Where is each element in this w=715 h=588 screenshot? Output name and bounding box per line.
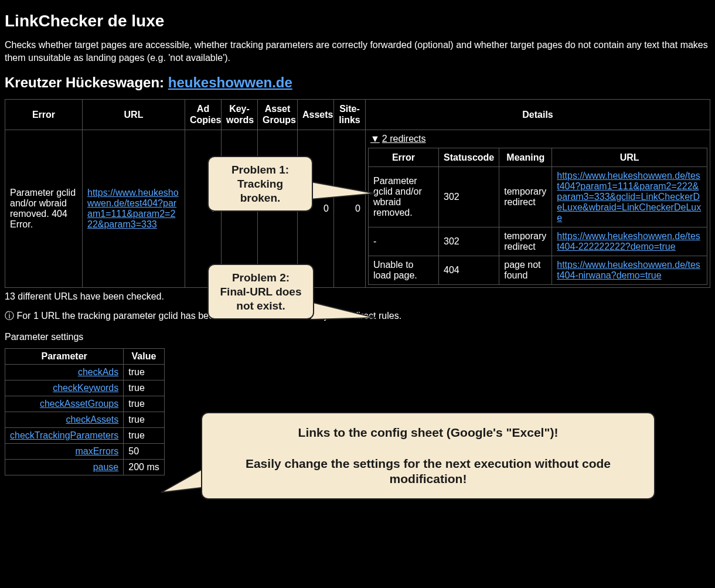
col-url: URL xyxy=(83,100,185,130)
param-col-name: Parameter xyxy=(5,348,124,364)
redirect-meaning: page not found xyxy=(499,256,552,284)
param-link-checkassetgroups[interactable]: checkAssetGroups xyxy=(40,399,118,409)
callout-tail-icon xyxy=(158,463,217,480)
param-link-pause[interactable]: pause xyxy=(93,462,119,472)
intro-text: Checks whether target pages are accessib… xyxy=(5,39,710,64)
status-line: 13 different URLs have been checked. xyxy=(5,291,710,302)
cell-details: ▼2 redirects Error Statuscode Meaning xyxy=(366,130,710,287)
param-link-checkkeywords[interactable]: checkKeywords xyxy=(53,383,118,393)
param-row: pause 200 ms xyxy=(5,459,165,475)
inner-col-status: Statuscode xyxy=(439,148,499,166)
redirect-error: Parameter gclid and/or wbraid removed. xyxy=(369,166,439,227)
param-row: checkTrackingParameters true xyxy=(5,427,165,443)
param-value: true xyxy=(124,396,164,412)
cell-error: Parameter gclid and/or wbraid removed. 4… xyxy=(5,130,83,287)
param-link-checkads[interactable]: checkAds xyxy=(78,367,118,377)
error-table: Error URL Ad Copies Key-words Asset Grou… xyxy=(5,99,710,288)
redirect-meaning: temporary redirect xyxy=(499,227,552,256)
redirects-count: 2 redirects xyxy=(382,134,426,144)
param-row: checkKeywords true xyxy=(5,380,165,396)
cell-assets: 0 xyxy=(298,130,334,287)
chevron-down-icon: ▼ xyxy=(370,134,380,144)
col-assets: Assets xyxy=(298,100,334,130)
param-link-checktracking[interactable]: checkTrackingParameters xyxy=(10,430,118,440)
param-value: 50 xyxy=(124,443,164,459)
svg-marker-2 xyxy=(161,464,211,480)
redirect-status: 302 xyxy=(439,166,499,227)
parameters-title: Parameter settings xyxy=(5,332,710,342)
col-details: Details xyxy=(366,100,710,130)
param-value: 200 ms xyxy=(124,459,164,475)
redirects-toggle[interactable]: ▼2 redirects xyxy=(368,132,707,148)
info-line: ⓘ For 1 URL the tracking parameter gclid… xyxy=(5,310,710,322)
param-col-value: Value xyxy=(124,348,164,364)
param-row: checkAssets true xyxy=(5,412,165,427)
cell-sitelinks: 0 xyxy=(334,130,366,287)
redirect-url-link[interactable]: https://www.heukeshowwen.de/test404-2222… xyxy=(557,231,700,251)
cell-keywords: 1 xyxy=(222,130,258,287)
col-adcopies: Ad Copies xyxy=(185,100,222,130)
account-domain-link[interactable]: heukeshowwen.de xyxy=(168,74,292,90)
page-title: LinkChecker de luxe xyxy=(5,12,710,30)
inner-col-error: Error xyxy=(369,148,439,166)
param-row: checkAds true xyxy=(5,364,165,380)
row-url-link[interactable]: https://www.heukeshowwen.de/test404?para… xyxy=(87,188,179,229)
param-link-checkassets[interactable]: checkAssets xyxy=(66,414,118,424)
callout-config: Links to the config sheet (Google's "Exc… xyxy=(201,412,655,480)
param-row: checkAssetGroups true xyxy=(5,396,165,412)
param-value: true xyxy=(124,364,164,380)
col-sitelinks: Site-links xyxy=(334,100,366,130)
cell-url: https://www.heukeshowwen.de/test404?para… xyxy=(83,130,185,287)
account-prefix: Kreutzer Hückeswagen: xyxy=(5,74,168,90)
cell-adcopies: 0 xyxy=(185,130,222,287)
inner-col-meaning: Meaning xyxy=(499,148,552,166)
param-value: true xyxy=(124,412,164,427)
param-row: maxErrors 50 xyxy=(5,443,165,459)
cell-assetgroups: 0 xyxy=(258,130,298,287)
col-error: Error xyxy=(5,100,83,130)
redirect-meaning: temporary redirect xyxy=(499,166,552,227)
redirect-row: Parameter gclid and/or wbraid removed. 3… xyxy=(369,166,707,227)
col-assetgroups: Asset Groups xyxy=(258,100,298,130)
param-value: true xyxy=(124,380,164,396)
redirect-error: - xyxy=(369,227,439,256)
redirect-row: - 302 temporary redirect https://www.heu… xyxy=(369,227,707,256)
account-heading: Kreutzer Hückeswagen: heukeshowwen.de xyxy=(5,74,710,91)
table-header-row: Error URL Ad Copies Key-words Asset Grou… xyxy=(5,100,710,130)
redirect-url-link[interactable]: https://www.heukeshowwen.de/test404?para… xyxy=(557,171,701,223)
inner-col-url: URL xyxy=(552,148,707,166)
parameters-table: Parameter Value checkAds true checkKeywo… xyxy=(5,348,165,475)
redirect-status: 404 xyxy=(439,256,499,284)
redirect-error: Unable to load page. xyxy=(369,256,439,284)
redirect-row: Unable to load page. 404 page not found … xyxy=(369,256,707,284)
redirect-url-link[interactable]: https://www.heukeshowwen.de/test404-nirw… xyxy=(557,260,700,280)
param-value: true xyxy=(124,427,164,443)
inner-header-row: Error Statuscode Meaning URL xyxy=(369,148,707,166)
redirect-status: 302 xyxy=(439,227,499,256)
col-keywords: Key-words xyxy=(222,100,258,130)
table-row: Parameter gclid and/or wbraid removed. 4… xyxy=(5,130,710,287)
redirects-table: Error Statuscode Meaning URL Parameter g… xyxy=(368,148,707,285)
param-link-maxerrors[interactable]: maxErrors xyxy=(75,446,118,456)
